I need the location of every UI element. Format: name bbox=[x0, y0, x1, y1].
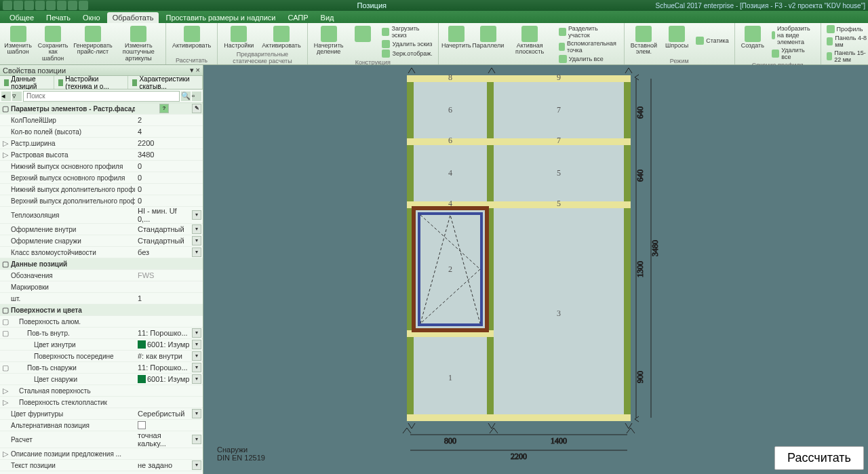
expand-icon[interactable]: ▢ bbox=[1, 104, 9, 113]
ribbon-small-button[interactable]: Профиль bbox=[825, 24, 869, 34]
ribbon-small-button[interactable]: Удалить все bbox=[770, 46, 816, 61]
property-row[interactable]: ▢Параметры элементов - Растр.фасад?✎ bbox=[0, 103, 203, 115]
ribbon-button[interactable] bbox=[349, 24, 376, 58]
qat-icon[interactable] bbox=[3, 1, 12, 10]
property-row[interactable]: ▷Стальная поверхность bbox=[0, 385, 203, 397]
property-row[interactable]: Цвет фурнитурыСеребристый▾ bbox=[0, 408, 203, 420]
search-icon[interactable]: 🔍 bbox=[181, 92, 191, 101]
expand-icon[interactable]: ▷ bbox=[1, 139, 9, 148]
ribbon-small-button[interactable]: Панель 4-8 мм bbox=[825, 34, 869, 49]
property-row[interactable]: ОбозначенияFWS bbox=[0, 270, 203, 281]
tab-5[interactable]: САПР bbox=[282, 12, 313, 23]
property-value[interactable]: Стандартный▾ bbox=[135, 236, 201, 245]
tab-1[interactable]: Печать bbox=[41, 12, 76, 23]
expand-icon[interactable]: ▢ bbox=[1, 317, 9, 326]
property-value[interactable]: 0 bbox=[135, 174, 201, 182]
ribbon-small-button[interactable]: Разделить участок bbox=[557, 24, 620, 39]
filter-icon2[interactable]: ▿ bbox=[12, 92, 22, 101]
expand-icon[interactable]: ▷ bbox=[1, 151, 9, 159]
ribbon-small-button[interactable]: Удалить эскиз bbox=[380, 39, 433, 49]
property-row[interactable]: Верхний выпуск основного профиля0 bbox=[0, 172, 203, 184]
qat-icon[interactable] bbox=[14, 1, 23, 10]
ribbon-small-button[interactable]: Зерк.отображ. bbox=[380, 49, 433, 58]
ribbon-small-button[interactable]: Вспомогательная точка bbox=[557, 39, 620, 54]
property-value[interactable]: 2200 bbox=[135, 139, 201, 147]
ribbon-button[interactable]: Изменить поштучные артикулы bbox=[116, 24, 161, 63]
property-value[interactable]: Стандартный▾ bbox=[135, 224, 201, 234]
tab-3[interactable]: Обработать bbox=[107, 12, 159, 23]
ribbon-button[interactable]: Шпросы bbox=[663, 24, 690, 57]
dropdown-icon[interactable]: ▾ bbox=[192, 210, 201, 220]
panel-tab[interactable]: Характеристики скатыв... bbox=[128, 76, 203, 89]
ribbon-button[interactable]: Параллели bbox=[474, 24, 502, 64]
tab-0[interactable]: Общее bbox=[4, 12, 39, 23]
property-value[interactable]: 6001: Изумр▾ bbox=[135, 374, 201, 384]
property-row[interactable]: КолПолейШир2 bbox=[0, 115, 203, 126]
ribbon-button[interactable]: Настройки bbox=[222, 24, 256, 50]
filter-icon[interactable]: ◂ bbox=[1, 92, 11, 101]
property-value[interactable] bbox=[135, 421, 201, 429]
property-value[interactable]: Серебристый▾ bbox=[135, 409, 201, 418]
panel-tab[interactable]: Настройки (техника и о... bbox=[54, 76, 128, 89]
property-row[interactable]: ▢Данные позиций bbox=[0, 258, 203, 270]
tab-4[interactable]: Проставить размеры и надписи bbox=[160, 12, 281, 23]
transom[interactable] bbox=[407, 414, 631, 421]
dropdown-icon[interactable]: ▾ bbox=[192, 224, 201, 234]
calculate-button[interactable]: Рассчитать bbox=[774, 446, 864, 470]
qat-icon[interactable] bbox=[57, 1, 66, 10]
property-row[interactable]: ТеплоизоляцияHI - мин. Uf 0,...▾ bbox=[0, 207, 203, 224]
property-value[interactable]: 1 bbox=[135, 294, 201, 302]
property-value[interactable]: без▾ bbox=[135, 248, 201, 257]
ribbon-small-button[interactable]: Панель 15-22 мм bbox=[825, 49, 869, 64]
property-row[interactable]: Кол-во полей (высота)4 bbox=[0, 126, 203, 138]
property-row[interactable]: Цвет снаружи6001: Изумр▾ bbox=[0, 374, 203, 385]
property-row[interactable]: Альтернативная позиция bbox=[0, 420, 203, 431]
quick-access-toolbar[interactable] bbox=[3, 1, 88, 10]
property-row[interactable]: шт.1 bbox=[0, 293, 203, 304]
expand-icon[interactable]: ▢ bbox=[1, 329, 9, 338]
property-value[interactable]: 6001: Изумр▾ bbox=[135, 340, 201, 349]
property-row[interactable]: Цвет изнутри6001: Изумр▾ bbox=[0, 339, 203, 351]
qat-icon[interactable] bbox=[79, 1, 88, 10]
tab-6[interactable]: Вид bbox=[315, 12, 340, 23]
ribbon-button[interactable]: Генерировать прайс-лист bbox=[74, 24, 111, 63]
dropdown-icon[interactable]: ▾ bbox=[192, 248, 201, 257]
property-row[interactable]: ▢Поверхность алюм. bbox=[0, 316, 203, 328]
ribbon-small-button[interactable]: Статика bbox=[694, 36, 730, 45]
ribbon-button[interactable]: Сохранить как шаблон bbox=[36, 24, 70, 63]
property-row[interactable]: ▷Растровая высота3480 bbox=[0, 149, 203, 161]
qat-icon[interactable] bbox=[24, 1, 34, 10]
ribbon-button[interactable]: Изменить шаблон bbox=[4, 24, 32, 63]
dropdown-icon[interactable]: ▾ bbox=[192, 374, 201, 384]
ribbon-small-button[interactable]: Удалить все bbox=[557, 54, 620, 64]
property-value[interactable]: 3480 bbox=[135, 151, 201, 159]
property-row[interactable]: Оформление внутриСтандартный▾ bbox=[0, 224, 203, 235]
property-value[interactable]: не задано▾ bbox=[135, 460, 201, 470]
expand-icon[interactable]: ▢ bbox=[1, 363, 9, 372]
property-value[interactable]: 0 bbox=[135, 185, 201, 193]
property-row[interactable]: Маркировки bbox=[0, 281, 203, 293]
property-value[interactable]: 11: Порошко...▾ bbox=[135, 328, 201, 338]
dropdown-icon[interactable]: ▾ bbox=[192, 409, 201, 418]
property-value[interactable]: HI - мин. Uf 0,...▾ bbox=[135, 207, 201, 223]
search-clear-icon[interactable]: ▫ bbox=[192, 92, 201, 101]
dropdown-icon[interactable]: ▾ bbox=[192, 340, 201, 349]
expand-icon[interactable]: ▷ bbox=[1, 387, 9, 395]
property-row[interactable]: ▢Поверхности и цвета bbox=[0, 304, 203, 316]
property-row[interactable]: ▢Пов-ть снаружи11: Порошко...▾ bbox=[0, 362, 203, 374]
dropdown-icon[interactable]: ▾ bbox=[192, 236, 201, 245]
ribbon-button[interactable]: Начертить деление bbox=[312, 24, 346, 58]
ribbon-button[interactable]: Активировать bbox=[170, 24, 213, 56]
ribbon-small-button[interactable]: Изобразить на виде элемента bbox=[770, 24, 816, 46]
property-row[interactable]: Текст позициине задано▾ bbox=[0, 460, 203, 471]
search-input[interactable] bbox=[23, 91, 180, 102]
property-row[interactable]: Оформление снаружиСтандартный▾ bbox=[0, 235, 203, 247]
transom[interactable] bbox=[407, 138, 631, 145]
qat-icon[interactable] bbox=[46, 1, 56, 10]
property-value[interactable]: 0 bbox=[135, 162, 201, 170]
dropdown-icon[interactable]: ▾ bbox=[192, 328, 201, 338]
property-row[interactable]: ▷Описание позиции предложения ... bbox=[0, 448, 203, 460]
expand-icon[interactable]: ▢ bbox=[1, 260, 9, 269]
property-value[interactable]: точная кальку...▾ bbox=[135, 431, 201, 448]
property-value[interactable]: 2 bbox=[135, 116, 201, 124]
